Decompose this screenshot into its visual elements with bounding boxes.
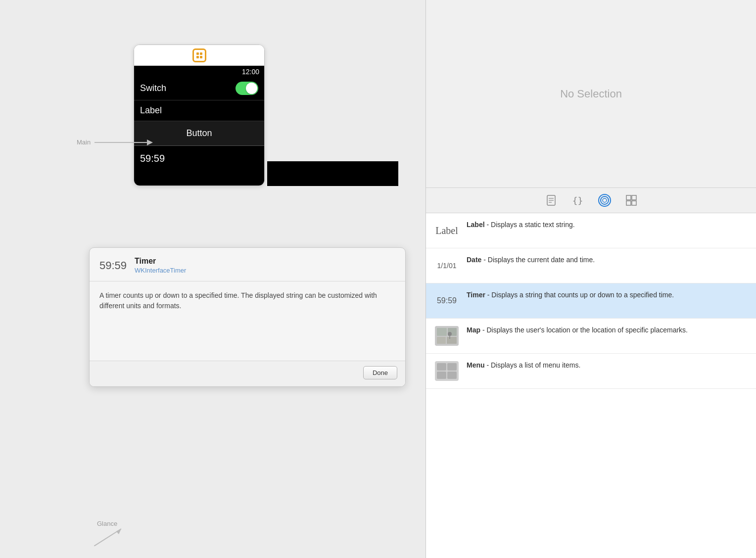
tooltip-title: Timer: [135, 257, 186, 266]
svg-rect-17: [437, 328, 447, 336]
watch-label-row: Label: [134, 100, 264, 121]
watch-app-icon: [192, 48, 206, 62]
library-item-menu[interactable]: Menu - Displays a list of menu items.: [426, 354, 756, 389]
svg-rect-14: [626, 201, 631, 205]
svg-rect-2: [196, 56, 199, 58]
watch-top-bar: [134, 45, 264, 66]
watch-button-label: Button: [186, 128, 212, 138]
menu-item-title: Menu - Displays a list of menu items.: [467, 361, 580, 369]
no-selection-text: No Selection: [560, 88, 622, 100]
left-panel: 12:00 Switch Label Button 59:59: [0, 0, 425, 558]
date-item-text: Date - Displays the current date and tim…: [467, 255, 748, 264]
tab-document-icon[interactable]: [545, 194, 558, 207]
watch-switch-label: Switch: [140, 83, 166, 93]
library-item-map[interactable]: Map - Displays the user's location or th…: [426, 319, 756, 354]
tooltip-timer-value: 59:59: [99, 259, 127, 272]
tab-grid-icon[interactable]: [625, 194, 638, 207]
map-item-text: Map - Displays the user's location or th…: [467, 326, 748, 334]
svg-rect-15: [632, 201, 636, 205]
svg-point-21: [448, 332, 452, 336]
tooltip-description: A timer counts up or down to a specified…: [99, 290, 395, 311]
watch-label-text: Label: [140, 105, 162, 115]
main-arrow-container: Main: [77, 139, 149, 146]
library-item-date[interactable]: 1/1/01 Date - Displays the current date …: [426, 248, 756, 283]
watch-screen: 12:00 Switch Label Button 59:59: [134, 66, 264, 186]
label-item-title: Label - Displays a static text string.: [467, 221, 575, 229]
tooltip-subtitle: WKInterfaceTimer: [135, 267, 186, 274]
tab-circle-icon[interactable]: [598, 194, 611, 207]
watch-frame: 12:00 Switch Label Button 59:59: [134, 45, 265, 186]
right-panel: No Selection {}: [425, 0, 756, 558]
glance-bottom-strip: [267, 161, 398, 186]
tooltip-body: A timer counts up or down to a specified…: [90, 281, 405, 361]
tooltip-footer: Done: [90, 361, 405, 386]
menu-item-text: Menu - Displays a list of menu items.: [467, 361, 748, 370]
timer-icon: 59:59: [434, 290, 460, 311]
svg-rect-1: [200, 52, 202, 55]
svg-rect-3: [200, 56, 202, 58]
watch-timer-row: 59:59: [134, 146, 264, 186]
library-list: Label Label - Displays a static text str…: [426, 213, 756, 558]
svg-rect-0: [196, 52, 199, 55]
svg-rect-12: [626, 195, 631, 200]
main-arrow-line: [94, 142, 149, 143]
tab-code-icon[interactable]: {}: [571, 194, 584, 207]
watch-timer-value: 59:59: [140, 153, 165, 164]
watch-container: 12:00 Switch Label Button 59:59: [134, 45, 265, 186]
date-item-title: Date - Displays the current date and tim…: [467, 256, 595, 264]
no-selection-area: No Selection: [426, 0, 756, 188]
tooltip-title-block: Timer WKInterfaceTimer: [135, 257, 186, 274]
svg-rect-20: [447, 337, 457, 344]
tooltip-header: 59:59 Timer WKInterfaceTimer: [90, 248, 405, 281]
watch-switch-row: Switch: [134, 77, 264, 100]
watch-toggle-switch[interactable]: [236, 82, 258, 95]
svg-rect-13: [632, 195, 636, 200]
main-label: Main: [77, 139, 91, 146]
timer-item-title: Timer - Displays a string that counts up…: [467, 291, 674, 299]
label-item-text: Label - Displays a static text string.: [467, 220, 748, 229]
date-icon: 1/1/01: [434, 255, 460, 276]
svg-point-11: [603, 198, 607, 202]
done-button[interactable]: Done: [363, 366, 397, 379]
library-item-label[interactable]: Label Label - Displays a static text str…: [426, 213, 756, 248]
watch-time: 12:00: [134, 66, 264, 77]
menu-icon: [434, 361, 460, 381]
map-icon: [434, 326, 460, 346]
svg-marker-5: [116, 529, 121, 534]
tooltip-popup: 59:59 Timer WKInterfaceTimer A timer cou…: [89, 247, 406, 387]
watch-button-row[interactable]: Button: [134, 121, 264, 146]
svg-point-10: [601, 196, 609, 204]
glance-arrow: [94, 526, 124, 548]
library-item-timer[interactable]: 59:59 Timer - Displays a string that cou…: [426, 283, 756, 319]
svg-rect-19: [437, 337, 446, 344]
label-icon: Label: [434, 220, 460, 241]
tab-bar: {}: [426, 188, 756, 213]
timer-item-text: Timer - Displays a string that counts up…: [467, 290, 748, 299]
map-item-title: Map - Displays the user's location or th…: [467, 326, 688, 334]
